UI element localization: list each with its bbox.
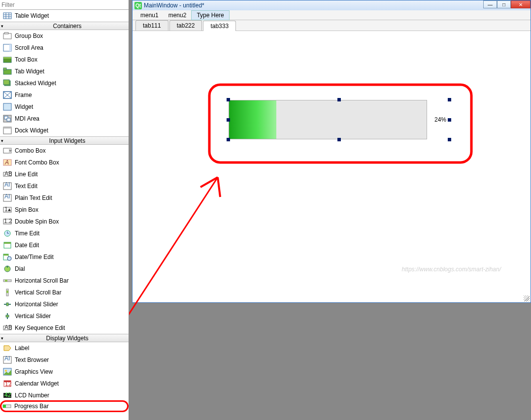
svg-point-61 — [5, 370, 7, 372]
designer-area: Qt MainWindow - untitled* — □ ✕ menu1 me… — [129, 0, 531, 420]
category-header[interactable]: ▾Display Widgets — [0, 334, 129, 342]
widget-item-label: Calendar Widget — [15, 380, 59, 387]
widget-item[interactable]: Graphics View — [0, 366, 129, 378]
progress-percent-label: 24% — [434, 116, 446, 123]
widget-item-label: Combo Box — [15, 147, 46, 154]
widget-item-label: Font Combo Box — [15, 159, 59, 166]
widget-item[interactable]: Combo Box — [0, 145, 129, 157]
resize-handle[interactable] — [227, 118, 230, 122]
widget-item[interactable]: Dial — [0, 263, 129, 275]
resize-handle[interactable] — [448, 118, 451, 122]
minimize-button[interactable]: — — [483, 0, 497, 8]
maximize-button[interactable]: □ — [497, 0, 511, 8]
widget-item[interactable]: Group Box — [0, 30, 129, 42]
resize-handle[interactable] — [448, 138, 451, 141]
widget-item-label: Dock Widget — [15, 127, 48, 134]
widget-item[interactable]: 1.2Double Spin Box — [0, 216, 129, 227]
widget-list[interactable]: Table Widget▾ContainersGroup BoxScroll A… — [0, 10, 129, 420]
resize-handle[interactable] — [337, 98, 341, 101]
widget-item[interactable]: Dock Widget — [0, 125, 129, 136]
svg-rect-5 — [3, 33, 11, 39]
svg-rect-8 — [9, 44, 11, 51]
widget-item[interactable]: Tab Widget — [0, 65, 129, 77]
widget-item-label: Progress Bar — [14, 403, 49, 410]
widget-item[interactable]: 12Calendar Widget — [0, 378, 129, 389]
category-title: Display Widgets — [7, 335, 128, 342]
graphics-view-icon — [2, 367, 13, 376]
svg-rect-6 — [4, 32, 8, 34]
widget-item[interactable]: Horizontal Slider — [0, 298, 129, 310]
menu-item[interactable]: menu2 — [164, 11, 192, 20]
widget-item[interactable]: Vertical Slider — [0, 310, 129, 322]
dial-icon — [2, 264, 13, 273]
widget-item[interactable]: AB|Line Edit — [0, 168, 129, 180]
svg-rect-18 — [3, 103, 11, 110]
category-header[interactable]: ▾Containers — [0, 22, 129, 30]
resize-handle[interactable] — [227, 138, 230, 141]
widget-item[interactable]: AIText Browser — [0, 354, 129, 366]
widget-item-label: LCD Number — [15, 392, 49, 399]
date-time-edit-icon — [2, 253, 13, 261]
widget-item-label: Widget — [15, 103, 33, 110]
widget-item[interactable]: AIPlain Text Edit — [0, 192, 129, 204]
text-edit-icon: AI — [2, 182, 13, 191]
widget-item[interactable]: Frame — [0, 89, 129, 101]
svg-text:1▴: 1▴ — [4, 206, 11, 213]
widget-item[interactable]: Label — [0, 342, 129, 354]
tab[interactable]: tab222 — [169, 20, 202, 31]
widget-item-label: Vertical Slider — [15, 313, 51, 320]
widget-item[interactable]: 1▴Spin Box — [0, 204, 129, 216]
widget-item[interactable]: Widget — [0, 101, 129, 113]
svg-text:1.2: 1.2 — [4, 218, 12, 225]
svg-text:AB|: AB| — [4, 170, 12, 177]
menu-typehere[interactable]: Type Here — [191, 10, 229, 20]
svg-rect-49 — [5, 280, 7, 282]
progress-bar-widget[interactable] — [229, 100, 427, 139]
combo-box-icon — [2, 146, 13, 155]
close-button[interactable]: ✕ — [511, 0, 531, 8]
menubar[interactable]: menu1 menu2 Type Here — [133, 10, 531, 20]
selected-widget-progressbar[interactable]: 24% — [229, 100, 449, 139]
widget-item[interactable]: 42LCD Number — [0, 389, 129, 401]
window-resize-grip[interactable] — [524, 295, 530, 301]
widget-item[interactable]: Vertical Scroll Bar — [0, 287, 129, 298]
calendar-widget-icon: 12 — [2, 379, 13, 388]
category-title: Containers — [7, 23, 128, 30]
widget-item[interactable]: MDI Area — [0, 113, 129, 125]
tabbar[interactable]: tab111tab222tab333 — [133, 20, 531, 31]
resize-handle[interactable] — [227, 98, 230, 101]
widget-item[interactable]: Date Edit — [0, 239, 129, 251]
widget-item-label: Double Spin Box — [15, 218, 59, 225]
design-canvas[interactable]: 24% https://www.cnblogs.com/smart-zihan/ — [133, 31, 531, 302]
widget-item[interactable]: Date/Time Edit — [0, 251, 129, 263]
widget-item[interactable]: Horizontal Scroll Bar — [0, 275, 129, 287]
svg-text:AI: AI — [4, 194, 10, 200]
widget-item[interactable]: Scroll Area — [0, 42, 129, 54]
resize-handle[interactable] — [448, 98, 451, 101]
widget-item[interactable]: Time Edit — [0, 227, 129, 239]
resize-handle[interactable] — [337, 138, 341, 141]
widget-item-label: Plain Text Edit — [15, 194, 52, 201]
text-browser-icon: AI — [2, 355, 13, 364]
widget-item[interactable]: Table Widget — [0, 10, 129, 22]
date-edit-icon — [2, 241, 13, 250]
category-header[interactable]: ▾Input Widgets — [0, 136, 129, 145]
widget-item[interactable]: Stacked Widget — [0, 77, 129, 89]
widget-item[interactable]: AB|Key Sequence Edit — [0, 322, 129, 334]
widget-item-label: Time Edit — [15, 230, 39, 237]
svg-rect-0 — [3, 13, 11, 19]
widget-item[interactable]: Tool Box — [0, 54, 129, 65]
filter-input[interactable] — [0, 0, 129, 9]
tab[interactable]: tab111 — [135, 20, 168, 31]
time-edit-icon — [2, 229, 13, 238]
widget-item[interactable]: Progress Bar — [0, 400, 129, 412]
vertical-slider-icon — [2, 312, 13, 321]
widget-item[interactable]: AFont Combo Box — [0, 157, 129, 168]
tab[interactable]: tab333 — [203, 21, 236, 31]
svg-rect-14 — [3, 80, 9, 85]
widget-item-label: Tool Box — [15, 56, 37, 63]
svg-rect-53 — [6, 303, 8, 306]
menu-item[interactable]: menu1 — [135, 11, 164, 20]
widget-item[interactable]: AIText Edit — [0, 180, 129, 192]
svg-rect-44 — [3, 254, 8, 256]
